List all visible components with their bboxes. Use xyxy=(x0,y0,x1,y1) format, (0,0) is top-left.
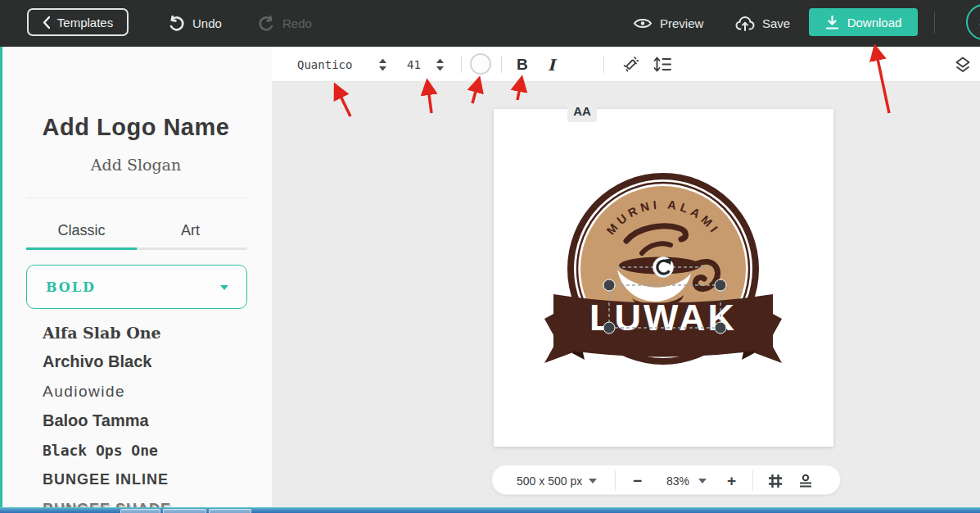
uppercase-label: AA xyxy=(573,104,591,118)
font-option-alfa-slab-one[interactable]: Alfa Slab One xyxy=(43,324,161,342)
avatar[interactable]: S xyxy=(966,4,980,40)
font-size-stepper[interactable] xyxy=(436,47,445,82)
snap-toggle-button[interactable] xyxy=(798,465,813,496)
undo-button[interactable]: Undo xyxy=(168,0,222,47)
redo-label: Redo xyxy=(282,16,312,30)
bold-label: B xyxy=(517,56,528,74)
italic-label: I xyxy=(548,56,555,74)
preview-button[interactable]: Preview xyxy=(633,0,703,47)
dropdown-caret-icon xyxy=(220,285,228,290)
download-icon xyxy=(825,16,839,30)
canvas-size-select[interactable]: 500 x 500 px xyxy=(517,465,582,496)
pill-divider xyxy=(752,470,753,491)
font-option-black-ops-one[interactable]: Black Ops One xyxy=(43,442,158,459)
effects-button[interactable] xyxy=(622,47,639,82)
uppercase-button[interactable]: AA xyxy=(567,99,597,122)
layers-button[interactable] xyxy=(954,47,972,82)
resize-handle-top-right[interactable] xyxy=(715,279,726,291)
toolbar-divider xyxy=(461,56,462,73)
text-color-swatch[interactable] xyxy=(470,53,491,75)
toolbar-divider xyxy=(603,56,604,73)
redo-button[interactable]: Redo xyxy=(258,0,312,47)
save-cloud-icon xyxy=(735,16,755,31)
taskbar-window-button[interactable] xyxy=(209,509,251,513)
grid-icon xyxy=(768,474,783,488)
slogan-field[interactable]: Add Slogan xyxy=(0,156,272,174)
download-label: Download xyxy=(847,16,902,30)
design-artboard[interactable]: MURNI ALAMI LUWAK xyxy=(494,109,833,447)
font-family-stepper[interactable] xyxy=(378,47,387,82)
preview-label: Preview xyxy=(660,16,703,30)
font-size-field[interactable]: 41 xyxy=(407,47,421,82)
left-sidebar: Add Logo Name Add Slogan Classic Art BOL… xyxy=(0,47,272,507)
tab-art-underline xyxy=(137,247,247,250)
undo-label: Undo xyxy=(192,16,222,30)
font-option-baloo-tamma[interactable]: Baloo Tamma xyxy=(43,411,149,430)
line-spacing-icon xyxy=(653,57,671,72)
redo-icon xyxy=(258,16,275,32)
taskbar-window-button[interactable] xyxy=(163,509,206,513)
logo-name-field[interactable]: Add Logo Name xyxy=(0,114,272,141)
save-label: Save xyxy=(762,16,790,30)
font-size-value: 41 xyxy=(407,58,421,71)
save-button[interactable]: Save xyxy=(735,0,790,47)
zoom-caret[interactable] xyxy=(698,465,707,496)
os-taskbar[interactable] xyxy=(0,507,980,513)
zoom-out-button[interactable]: − xyxy=(633,465,642,496)
tab-art[interactable]: Art xyxy=(135,222,246,239)
canvas-size-value: 500 x 500 px xyxy=(517,474,582,488)
templates-label: Templates xyxy=(57,16,113,30)
grid-toggle-button[interactable] xyxy=(768,465,783,496)
preview-eye-icon xyxy=(633,16,653,30)
templates-button[interactable]: Templates xyxy=(27,8,129,36)
tab-classic-underline xyxy=(26,247,137,250)
undo-icon xyxy=(168,16,185,32)
back-chevron-icon xyxy=(43,16,50,29)
layers-icon xyxy=(954,56,972,74)
zoom-level-value[interactable]: 83% xyxy=(666,465,689,496)
download-button[interactable]: Download xyxy=(809,8,918,36)
font-stepper-icon xyxy=(378,58,387,71)
font-option-archivo-black[interactable]: Archivo Black xyxy=(43,352,151,371)
font-category-dropdown[interactable]: BOLD xyxy=(26,265,247,309)
size-stepper-icon xyxy=(436,58,445,71)
logo-maker-app: Templates Undo Redo Preview xyxy=(0,0,980,513)
taskbar-window-button[interactable] xyxy=(120,509,160,513)
sidebar-divider xyxy=(27,197,247,198)
zoom-in-button[interactable]: + xyxy=(727,465,736,496)
line-spacing-button[interactable] xyxy=(653,47,671,82)
bold-button[interactable]: B xyxy=(517,47,528,82)
coffee-logo[interactable]: MURNI ALAMI LUWAK xyxy=(494,109,833,447)
italic-button[interactable]: I xyxy=(548,47,555,82)
pill-divider xyxy=(615,470,616,491)
font-family-value: Quantico xyxy=(297,58,352,71)
text-toolbar: Quantico 41 B I AA xyxy=(272,47,980,82)
effects-wand-icon xyxy=(622,56,639,73)
canvas-controls-bar: 500 x 500 px − 83% + xyxy=(491,465,841,495)
resize-handle-top-left[interactable] xyxy=(603,279,615,291)
font-category-value: BOLD xyxy=(46,279,96,295)
font-family-select[interactable]: Quantico xyxy=(297,47,352,82)
zoom-caret-icon xyxy=(698,479,707,483)
canvas-size-caret[interactable] xyxy=(589,465,597,496)
toolbar-divider xyxy=(501,56,502,73)
font-option-audiowide[interactable]: Audiowide xyxy=(43,383,125,401)
snap-baseline-icon xyxy=(798,474,813,488)
tab-classic[interactable]: Classic xyxy=(26,222,137,239)
size-caret-icon xyxy=(589,479,597,483)
font-option-bungee-inline[interactable]: BUNGEE INLINE xyxy=(43,471,169,488)
resize-handle-bottom-right[interactable] xyxy=(715,322,726,334)
header-bar: Templates Undo Redo Preview xyxy=(0,0,980,47)
resize-handle-bottom-left[interactable] xyxy=(603,322,615,334)
header-divider xyxy=(934,12,935,34)
